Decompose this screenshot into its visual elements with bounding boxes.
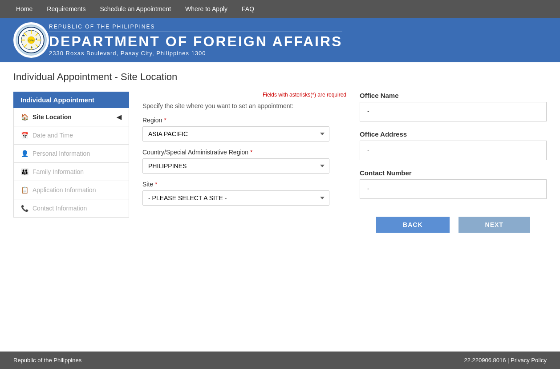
arrow-icon: ◀ [117,113,122,121]
office-address-label: Office Address [360,130,547,138]
form-instruction: Specify the site where you want to set a… [142,102,346,109]
sidebar-item-date-time[interactable]: 📅 Date and Time [13,126,129,145]
office-address-value: - [360,141,547,160]
privacy-policy-link[interactable]: Privacy Policy [511,357,547,364]
sidebar-label-contact-info: Contact Information [32,205,122,212]
country-select[interactable]: PHILIPPINES JAPAN USA SINGAPORE [142,158,329,174]
site-label: Site * [142,181,346,188]
nav-requirements[interactable]: Requirements [40,0,93,18]
nav-home[interactable]: Home [9,0,40,18]
button-row: BACK NEXT [360,217,547,233]
required-note: Fields with asterisks(*) are required [142,92,346,98]
nav-faq[interactable]: FAQ [235,0,261,18]
sidebar-label-family-info: Family Information [32,168,122,175]
person-icon: 👤 [21,150,28,157]
site-group: Site * - PLEASE SELECT A SITE - [142,181,346,206]
sidebar-label-application-info: Application Information [32,186,122,194]
home-icon: 🏠 [21,113,28,121]
region-select[interactable]: ASIA PACIFIC EUROPE AMERICAS MIDDLE EAST… [142,126,329,141]
site-select[interactable]: - PLEASE SELECT A SITE - [142,190,329,206]
next-button[interactable]: NEXT [459,217,530,233]
office-name-box: Office Name - [360,92,547,121]
page-header: DFA Republic of the Philippines Departme… [0,18,560,62]
sidebar-item-site-location[interactable]: 🏠 Site Location ◀ [13,108,129,126]
contact-number-label: Contact Number [360,169,547,177]
calendar-icon: 📅 [21,132,28,139]
office-name-label: Office Name [360,92,547,99]
header-text: Republic of the Philippines Department o… [49,24,342,56]
sidebar-item-contact-info[interactable]: 📞 Contact Information [13,199,129,218]
sidebar-label-personal-info: Personal Information [32,150,122,157]
back-button[interactable]: BACK [376,217,449,233]
main-layout: Individual Appointment 🏠 Site Location ◀… [13,92,547,233]
footer-right: 22.220906.8016 | Privacy Policy [464,357,547,364]
footer-left: Republic of the Philippines [13,357,81,364]
contact-number-box: Contact Number - [360,169,547,199]
sidebar-item-family-info[interactable]: 👨‍👩‍👧 Family Information [13,163,129,181]
right-panel: Office Name - Office Address - Contact N… [360,92,547,233]
phone-icon: 📞 [21,205,28,212]
contact-number-value: - [360,179,547,199]
form-area: Fields with asterisks(*) are required Sp… [142,92,346,233]
region-label: Region * [142,117,346,124]
dept-address: 2330 Roxas Boulevard, Pasay City, Philip… [49,50,342,57]
footer-version: 22.220906.8016 [464,357,506,364]
country-group: Country/Special Administrative Region * … [142,149,346,174]
dept-name: Department of Foreign Affairs [49,34,342,49]
sidebar-item-personal-info[interactable]: 👤 Personal Information [13,145,129,163]
svg-text:DFA: DFA [28,39,34,42]
sidebar-item-application-info[interactable]: 📋 Application Information [13,181,129,199]
sidebar-header: Individual Appointment [13,92,129,108]
page-footer: Republic of the Philippines 22.220906.80… [0,352,560,369]
page-title: Individual Appointment - Site Location [13,71,547,83]
office-address-box: Office Address - [360,130,547,160]
family-icon: 👨‍👩‍👧 [21,168,28,175]
region-group: Region * ASIA PACIFIC EUROPE AMERICAS MI… [142,117,346,141]
navbar: Home Requirements Schedule an Appointmen… [0,0,560,18]
page-content: Individual Appointment - Site Location I… [0,62,560,352]
sidebar-label-date-time: Date and Time [32,132,122,139]
sidebar-label-site-location: Site Location [32,113,112,121]
logo: DFA [13,22,49,58]
doc-icon: 📋 [21,186,28,194]
nav-where-to-apply[interactable]: Where to Apply [178,0,235,18]
nav-schedule[interactable]: Schedule an Appointment [93,0,179,18]
country-label: Country/Special Administrative Region * [142,149,346,156]
sidebar: Individual Appointment 🏠 Site Location ◀… [13,92,129,233]
office-name-value: - [360,102,547,121]
footer-separator: | [507,357,509,364]
republic-label: Republic of the Philippines [49,24,342,30]
